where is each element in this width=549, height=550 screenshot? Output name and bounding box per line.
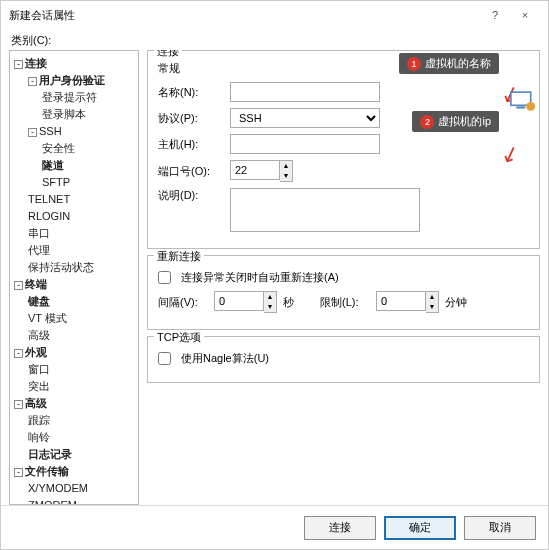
svg-point-2 — [526, 102, 535, 111]
settings-panel: 连接 常规 名称(N): 协议(P): SSH 主机(H): 端口号(O): — [147, 50, 540, 505]
interval-spinner[interactable]: ▲▼ — [214, 291, 277, 313]
dialog-footer: 连接 确定 取消 — [1, 505, 548, 549]
nagle-checkbox[interactable] — [158, 352, 171, 365]
spin-up-icon[interactable]: ▲ — [426, 292, 438, 302]
min-label: 分钟 — [445, 295, 467, 310]
collapse-icon[interactable]: - — [14, 400, 23, 409]
tree-rlogin[interactable]: RLOGIN — [28, 208, 136, 225]
cancel-button[interactable]: 取消 — [464, 516, 536, 540]
reconnect-heading: 重新连接 — [154, 249, 204, 264]
spin-up-icon[interactable]: ▲ — [280, 161, 292, 171]
close-button[interactable]: × — [510, 9, 540, 21]
collapse-icon[interactable]: - — [28, 77, 37, 86]
tree-advanced2[interactable]: 高级 — [25, 397, 47, 409]
tree-terminal[interactable]: 终端 — [25, 278, 47, 290]
tree-appearance[interactable]: 外观 — [25, 346, 47, 358]
category-tree[interactable]: -连接 -用户身份验证 登录提示符 登录脚本 -SSH 安全性 隧道 — [9, 50, 139, 505]
spin-down-icon[interactable]: ▼ — [264, 302, 276, 312]
interval-label: 间隔(V): — [158, 295, 208, 310]
tree-window[interactable]: 窗口 — [28, 361, 136, 378]
host-label: 主机(H): — [158, 137, 224, 152]
tree-proxy[interactable]: 代理 — [28, 242, 136, 259]
desc-label: 说明(D): — [158, 188, 224, 203]
monitor-icon — [509, 91, 537, 113]
badge-2: 2 — [420, 115, 434, 129]
tree-highlight[interactable]: 突出 — [28, 378, 136, 395]
collapse-icon[interactable]: - — [28, 128, 37, 137]
tree-login-script[interactable]: 登录脚本 — [42, 106, 136, 123]
tree-tunnel[interactable]: 隧道 — [42, 157, 136, 174]
nagle-label: 使用Nagle算法(U) — [181, 351, 269, 366]
spin-up-icon[interactable]: ▲ — [264, 292, 276, 302]
tree-login-prompt[interactable]: 登录提示符 — [42, 89, 136, 106]
spin-down-icon[interactable]: ▼ — [426, 302, 438, 312]
titlebar: 新建会话属性 ? × — [1, 1, 548, 29]
sec-label: 秒 — [283, 295, 294, 310]
reconnect-checkbox[interactable] — [158, 271, 171, 284]
callout-vm-name: 1 虚拟机的名称 — [399, 53, 499, 74]
ok-button[interactable]: 确定 — [384, 516, 456, 540]
badge-1: 1 — [407, 57, 421, 71]
tree-advanced[interactable]: 高级 — [28, 327, 136, 344]
callout-vm-ip: 2 虚拟机的ip — [412, 111, 499, 132]
window-title: 新建会话属性 — [9, 8, 480, 23]
category-label: 类别(C): — [1, 29, 548, 50]
tree-xymodem[interactable]: X/YMODEM — [28, 480, 136, 497]
tree-security[interactable]: 安全性 — [42, 140, 136, 157]
tree-logging[interactable]: 日志记录 — [28, 446, 136, 463]
tree-serial[interactable]: 串口 — [28, 225, 136, 242]
name-input[interactable] — [230, 82, 380, 102]
tree-filetransfer[interactable]: 文件传输 — [25, 465, 69, 477]
svg-rect-1 — [516, 106, 525, 108]
tree-connection[interactable]: 连接 — [25, 57, 47, 69]
dialog-window: 新建会话属性 ? × 类别(C): -连接 -用户身份验证 登录提示符 登录脚本… — [0, 0, 549, 550]
limit-label: 限制(L): — [320, 295, 370, 310]
desc-textarea[interactable] — [230, 188, 420, 232]
spin-down-icon[interactable]: ▼ — [280, 171, 292, 181]
tree-ssh[interactable]: SSH — [39, 125, 62, 137]
tree-sftp[interactable]: SFTP — [42, 174, 136, 191]
collapse-icon[interactable]: - — [14, 60, 23, 69]
tree-telnet[interactable]: TELNET — [28, 191, 136, 208]
protocol-select[interactable]: SSH — [230, 108, 380, 128]
reconnect-label: 连接异常关闭时自动重新连接(A) — [181, 270, 339, 285]
tree-vtmode[interactable]: VT 模式 — [28, 310, 136, 327]
limit-spinner[interactable]: ▲▼ — [376, 291, 439, 313]
tree-auth[interactable]: 用户身份验证 — [39, 74, 105, 86]
panel-header: 连接 — [154, 50, 182, 59]
port-spinner[interactable]: ▲▼ — [230, 160, 293, 182]
host-input[interactable] — [230, 134, 380, 154]
tcp-heading: TCP选项 — [154, 330, 204, 345]
name-label: 名称(N): — [158, 85, 224, 100]
tree-trace[interactable]: 跟踪 — [28, 412, 136, 429]
collapse-icon[interactable]: - — [14, 349, 23, 358]
tree-keepalive[interactable]: 保持活动状态 — [28, 259, 136, 276]
connect-button[interactable]: 连接 — [304, 516, 376, 540]
protocol-label: 协议(P): — [158, 111, 224, 126]
collapse-icon[interactable]: - — [14, 281, 23, 290]
tree-zmodem[interactable]: ZMODEM — [28, 497, 136, 505]
collapse-icon[interactable]: - — [14, 468, 23, 477]
help-button[interactable]: ? — [480, 9, 510, 21]
tree-bell[interactable]: 响铃 — [28, 429, 136, 446]
tree-keyboard[interactable]: 键盘 — [28, 293, 136, 310]
port-input[interactable] — [230, 160, 280, 180]
port-label: 端口号(O): — [158, 164, 224, 179]
